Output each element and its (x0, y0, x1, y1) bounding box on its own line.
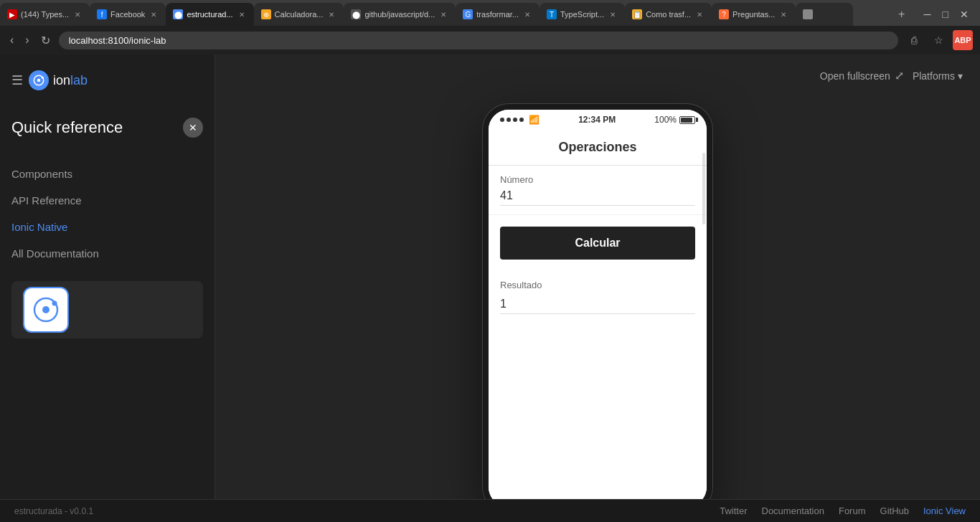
refresh-button[interactable]: ↻ (38, 32, 53, 49)
fullscreen-icon: ⤢ (895, 69, 904, 82)
tab-favicon: 📋 (632, 9, 642, 19)
tab-close-button[interactable]: ✕ (149, 11, 159, 19)
tab-tab-cn[interactable]: 📋 Como trasf... ✕ (625, 3, 712, 26)
ion-header: Operaciones (489, 130, 707, 166)
bookmark-icon[interactable]: ☆ (928, 30, 948, 50)
footer-link-documentation[interactable]: Documentation (762, 506, 824, 516)
phone-container: 📶 12:34 PM 100% Operaciones (215, 97, 980, 499)
logo-card (11, 281, 203, 338)
resultado-label: Resultado (500, 280, 695, 290)
tab-close-button[interactable]: ✕ (237, 11, 247, 19)
tab-tab-new[interactable] (796, 3, 853, 26)
tab-title: (144) Types... (21, 10, 69, 19)
tab-tab-active[interactable]: ⬤ estructurad... ✕ (166, 3, 253, 26)
footer-link-ionic-view[interactable]: Ionic View (923, 506, 966, 516)
app-content: ☰ ionlab Quick reference ✕ ComponentsAPI… (0, 54, 980, 499)
browser-chrome: ▶ (144) Types... ✕ f Facebook ✕ ⬤ estruc… (0, 0, 980, 54)
main-area: Open fullscreen ⤢ Platforms ▾ 📶 (215, 54, 980, 499)
phone-scrollbar[interactable] (702, 153, 705, 224)
footer-links: TwitterDocumentationForumGitHubIonic Vie… (720, 506, 966, 516)
nav-link-api-reference[interactable]: API Reference (6, 187, 209, 214)
quick-reference-title: Quick reference ✕ (11, 118, 203, 138)
ionic-logo[interactable]: ionlab (29, 70, 88, 90)
signal-dot-2 (507, 118, 511, 122)
tab-close-button[interactable]: ✕ (326, 11, 336, 19)
svg-point-2 (42, 77, 44, 79)
main-toolbar: Open fullscreen ⤢ Platforms ▾ (215, 54, 980, 97)
tab-title: Facebook (110, 10, 145, 19)
svg-point-4 (42, 306, 50, 313)
wifi-icon: 📶 (529, 115, 540, 125)
tab-title: Calculadora... (275, 10, 324, 19)
tab-title: TypeScript... (560, 10, 604, 19)
ionic-logo-card (23, 287, 69, 333)
footer-link-twitter[interactable]: Twitter (720, 506, 747, 516)
numero-input[interactable] (500, 189, 695, 206)
calcular-button[interactable]: Calcular (500, 227, 695, 260)
ionic-lab-label: ionlab (53, 73, 88, 88)
cast-icon[interactable]: ⎙ (904, 30, 924, 50)
tab-title: github/javascript/d... (364, 10, 435, 19)
battery-icon (679, 116, 695, 124)
tab-favicon (803, 9, 813, 19)
tab-tab-gh[interactable]: ⬤ github/javascript/d... ✕ (344, 3, 456, 26)
phone-mockup: 📶 12:34 PM 100% Operaciones (483, 104, 712, 499)
window-controls: ─ □ ✕ (913, 3, 980, 26)
adblock-icon[interactable]: ABP (953, 30, 973, 50)
tab-tab-calc[interactable]: ⊕ Calculadora... ✕ (254, 3, 344, 26)
status-time: 12:34 PM (578, 115, 616, 125)
tab-close-button[interactable]: ✕ (694, 11, 705, 19)
battery-percentage: 100% (654, 115, 677, 125)
toolbar-icons: ⎙ ☆ ABP (904, 30, 973, 50)
phone-content: Operaciones Número Calcular Resultado 1 (489, 130, 707, 499)
tab-title: estructurad... (187, 10, 232, 19)
page-header-title: Operaciones (500, 140, 695, 155)
ion-body[interactable]: Número Calcular Resultado 1 (489, 166, 707, 499)
tab-favicon: ▶ (7, 9, 17, 19)
numero-label: Número (500, 174, 695, 185)
quick-ref-section: Quick reference ✕ (0, 106, 215, 161)
signal-dots: 📶 (500, 115, 540, 125)
tab-tab-fb[interactable]: f Facebook ✕ (90, 3, 166, 26)
minimize-button[interactable]: ─ (920, 7, 936, 22)
battery-area: 100% (654, 115, 695, 125)
address-input[interactable] (59, 32, 898, 49)
close-quick-ref-button[interactable]: ✕ (183, 118, 203, 138)
nav-link-all-docs[interactable]: All Documentation (6, 240, 209, 267)
version-label: estructurada - v0.0.1 (14, 506, 93, 516)
tab-close-button[interactable]: ✕ (778, 11, 788, 19)
maximize-button[interactable]: □ (938, 7, 953, 22)
platforms-button[interactable]: Platforms ▾ (913, 70, 963, 82)
tab-favicon: ⬤ (173, 9, 183, 19)
signal-dot-4 (519, 118, 524, 122)
tab-tab-p[interactable]: ? Preguntas... ✕ (712, 3, 796, 26)
tab-favicon: ⊕ (261, 9, 271, 19)
tab-favicon: f (97, 9, 107, 19)
ionic-logo-circle (29, 70, 49, 90)
tab-close-button[interactable]: ✕ (438, 11, 448, 19)
svg-point-1 (37, 79, 41, 82)
nav-links: ComponentsAPI ReferenceIonic NativeAll D… (0, 161, 215, 267)
tab-tab-yt[interactable]: ▶ (144) Types... ✕ (0, 3, 90, 26)
numero-item: Número (489, 166, 707, 215)
back-button[interactable]: ‹ (7, 32, 17, 48)
tab-close-button[interactable]: ✕ (72, 11, 83, 19)
tab-favicon: G (463, 9, 473, 19)
nav-link-ionic-native[interactable]: Ionic Native (6, 214, 209, 240)
nav-link-components[interactable]: Components (6, 161, 209, 187)
hamburger-icon[interactable]: ☰ (11, 72, 23, 88)
forward-button[interactable]: › (22, 32, 32, 48)
close-button[interactable]: ✕ (956, 7, 973, 22)
chevron-down-icon: ▾ (958, 70, 963, 82)
open-fullscreen-button[interactable]: Open fullscreen ⤢ (820, 69, 904, 82)
footer-link-github[interactable]: GitHub (880, 506, 909, 516)
tab-favicon: ? (719, 9, 729, 19)
tab-tab-ts[interactable]: T TypeScript... ✕ (540, 3, 625, 26)
new-tab-button[interactable]: + (891, 3, 913, 26)
tab-tab-g[interactable]: G trasformar... ✕ (456, 3, 540, 26)
tab-close-button[interactable]: ✕ (608, 11, 618, 19)
phone-status-bar: 📶 12:34 PM 100% (489, 110, 707, 130)
tab-title: trasformar... (476, 10, 519, 19)
footer-link-forum[interactable]: Forum (839, 506, 866, 516)
tab-close-button[interactable]: ✕ (522, 11, 532, 19)
